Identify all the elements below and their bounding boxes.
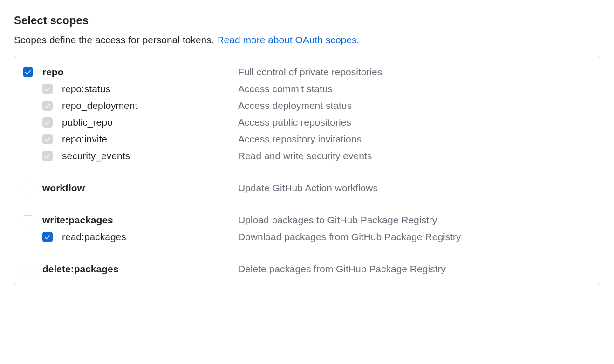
scope-description: Access commit status [238, 83, 591, 94]
oauth-scopes-link[interactable]: Read more about OAuth scopes. [217, 34, 359, 45]
checkbox-repo-invite[interactable] [42, 134, 53, 144]
scope-label: workflow [42, 182, 238, 194]
scope-row-repo-deployment: repo_deployment Access deployment status [23, 97, 591, 114]
check-icon [24, 68, 32, 76]
scope-description: Access repository invitations [238, 134, 591, 145]
check-icon [44, 135, 51, 143]
checkbox-public-repo[interactable] [42, 117, 53, 128]
scope-group-write-packages: write:packages Upload packages to GitHub… [14, 204, 600, 253]
scope-label: repo:invite [62, 134, 238, 145]
scope-description: Access public repositories [238, 117, 591, 128]
checkbox-read-packages[interactable] [42, 232, 53, 242]
scope-group-repo: repo Full control of private repositorie… [14, 56, 600, 172]
checkbox-delete-packages[interactable] [23, 264, 33, 274]
scope-row-public-repo: public_repo Access public repositories [23, 114, 591, 131]
checkbox-repo-status[interactable] [42, 84, 53, 94]
checkbox-workflow[interactable] [23, 183, 33, 193]
scope-description: Update GitHub Action workflows [238, 182, 591, 194]
scope-label: public_repo [62, 117, 238, 128]
checkbox-write-packages[interactable] [23, 215, 33, 225]
checkbox-security-events[interactable] [42, 151, 53, 161]
check-icon [44, 85, 51, 93]
scopes-container: repo Full control of private repositorie… [14, 56, 600, 285]
scope-row-security-events: security_events Read and write security … [23, 148, 591, 164]
scope-row-read-packages: read:packages Download packages from Git… [23, 229, 591, 245]
scope-row-repo: repo Full control of private repositorie… [23, 64, 591, 81]
scope-description: Delete packages from GitHub Package Regi… [238, 263, 591, 275]
scope-row-repo-invite: repo:invite Access repository invitation… [23, 131, 591, 148]
scope-group-workflow: workflow Update GitHub Action workflows [14, 172, 600, 204]
scope-description: Download packages from GitHub Package Re… [238, 231, 591, 243]
scope-row-delete-packages: delete:packages Delete packages from Git… [23, 261, 591, 277]
scope-group-delete-packages: delete:packages Delete packages from Git… [14, 253, 600, 285]
scope-row-repo-status: repo:status Access commit status [23, 81, 591, 97]
check-icon [44, 119, 51, 126]
scope-description: Read and write security events [238, 150, 591, 162]
scope-label: repo:status [62, 83, 238, 94]
section-description: Scopes define the access for personal to… [14, 34, 600, 46]
scope-row-write-packages: write:packages Upload packages to GitHub… [23, 212, 591, 229]
description-text: Scopes define the access for personal to… [14, 34, 217, 45]
scope-description: Upload packages to GitHub Package Regist… [238, 215, 591, 226]
scope-label: delete:packages [42, 263, 238, 275]
scope-description: Access deployment status [238, 100, 591, 111]
checkbox-repo-deployment[interactable] [42, 101, 53, 111]
scope-label: write:packages [42, 215, 238, 226]
scope-row-workflow: workflow Update GitHub Action workflows [23, 180, 591, 196]
checkbox-repo[interactable] [23, 67, 33, 77]
check-icon [44, 102, 51, 109]
scope-description: Full control of private repositories [238, 67, 591, 78]
scope-label: repo [42, 67, 238, 78]
check-icon [44, 152, 51, 160]
check-icon [44, 233, 51, 241]
scope-label: read:packages [62, 231, 238, 243]
scope-label: security_events [62, 150, 238, 162]
scope-label: repo_deployment [62, 100, 238, 111]
section-heading: Select scopes [14, 14, 600, 27]
